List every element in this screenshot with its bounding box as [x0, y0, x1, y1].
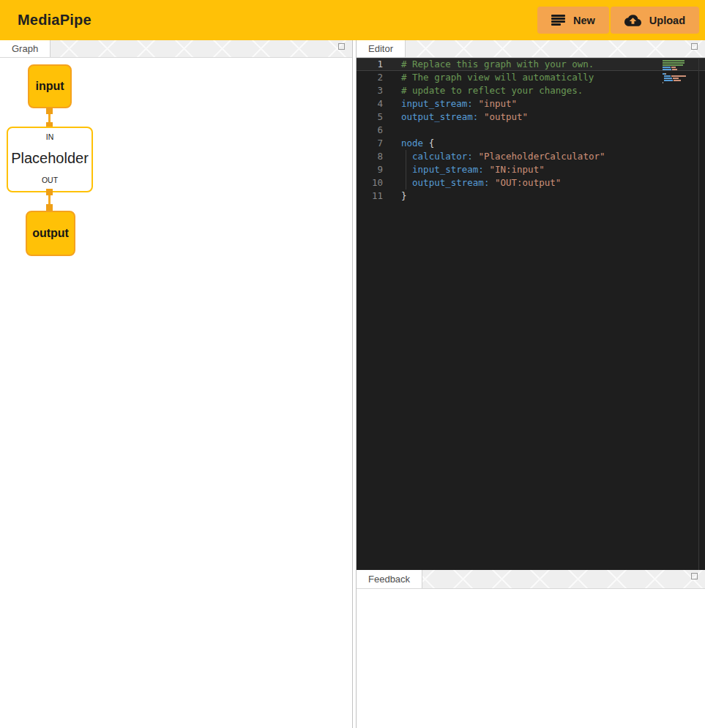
line-number: 1 [357, 58, 383, 71]
minimap-line [663, 67, 690, 68]
minimap-segment [663, 82, 663, 83]
minimap-line [663, 80, 690, 81]
line-text: output_stream: "OUT:output" [401, 176, 561, 189]
placeholder-in-port: IN [46, 132, 54, 141]
code-token [478, 111, 484, 122]
tab-graph-label: Graph [12, 43, 38, 54]
placeholder-out-port: OUT [42, 176, 58, 184]
graph-node-output[interactable]: output [26, 211, 75, 256]
code-line[interactable]: 2# The graph view will automatically [357, 71, 705, 84]
minimap-segment [672, 69, 677, 70]
code-line[interactable]: 8 calculator: "PlaceholderCalculator" [357, 150, 705, 163]
code-token: "IN:input" [489, 164, 544, 175]
app-title: MediaPipe [18, 12, 92, 29]
tab-feedback-label: Feedback [368, 574, 410, 585]
minimap-line [663, 62, 690, 64]
placeholder-node-label: Placeholder [11, 150, 89, 167]
code-line[interactable]: 6 [357, 124, 705, 137]
code-line[interactable]: 10 output_stream: "OUT:output" [357, 176, 705, 189]
code-line[interactable]: 4input_stream: "input" [357, 97, 705, 110]
line-number: 9 [357, 163, 383, 176]
line-number: 6 [357, 124, 383, 137]
code-token: "PlaceholderCalculator" [478, 151, 605, 162]
main-area: Graph input IN Placeholder OUT output [0, 40, 705, 728]
editor-panel: Editor 1# Replace this graph with your o… [357, 40, 705, 570]
minimap-line [663, 60, 690, 61]
minimap-segment [674, 80, 681, 81]
code-line[interactable]: 3# update to reflect your changes. [357, 84, 705, 97]
minimap-segment [663, 69, 671, 70]
graph-tabbar: Graph [0, 40, 352, 58]
code-token: output_stream: [412, 177, 489, 188]
code-token [401, 164, 412, 175]
minimap-segment [663, 64, 683, 66]
line-text: output_stream: "output" [401, 110, 528, 124]
minimap-line [663, 82, 690, 83]
minimap-segment [671, 75, 686, 77]
minimap-line [663, 75, 690, 77]
minimap-line [663, 73, 690, 75]
new-button-label: New [573, 15, 595, 26]
maximize-graph-icon[interactable] [338, 43, 345, 50]
minimap-segment [665, 73, 666, 75]
code-token: node [401, 138, 423, 149]
code-line[interactable]: 1# Replace this graph with your own. [357, 58, 705, 71]
connector-dot [46, 108, 53, 114]
line-number: 5 [357, 110, 383, 124]
code-line[interactable]: 5output_stream: "output" [357, 110, 705, 124]
app-header: MediaPipe New Upload [0, 0, 705, 40]
header-actions: New Upload [537, 7, 699, 34]
new-list-icon [551, 15, 565, 26]
line-number: 2 [357, 71, 383, 84]
code-token: "output" [484, 111, 528, 122]
minimap-line [663, 71, 690, 72]
minimap-segment [673, 78, 679, 79]
minimap-segment [664, 75, 671, 77]
input-node-label: input [35, 80, 64, 93]
graph-canvas[interactable]: input IN Placeholder OUT output [0, 58, 352, 728]
code-line[interactable]: 11} [357, 189, 705, 203]
tab-editor[interactable]: Editor [357, 40, 406, 57]
code-token: "OUT:output" [495, 177, 561, 188]
code-token: # The graph view will automatically [401, 72, 594, 83]
connector-dot [46, 204, 53, 211]
line-number: 4 [357, 97, 383, 110]
line-number: 3 [357, 84, 383, 97]
graph-panel: Graph input IN Placeholder OUT output [0, 40, 353, 728]
line-text: calculator: "PlaceholderCalculator" [401, 150, 605, 163]
minimap-line [663, 69, 690, 70]
maximize-feedback-icon[interactable] [691, 573, 698, 579]
output-node-label: output [32, 227, 69, 240]
new-button[interactable]: New [537, 7, 609, 34]
line-text: # Replace this graph with your own. [401, 58, 594, 71]
code-token: # Replace this graph with your own. [401, 59, 594, 70]
code-token [401, 151, 412, 162]
minimap-segment [671, 67, 676, 68]
code-line[interactable]: 9 input_stream: "IN:input" [357, 163, 705, 176]
feedback-panel: Feedback [357, 570, 705, 728]
tab-feedback[interactable]: Feedback [357, 570, 422, 588]
feedback-content [357, 589, 705, 728]
line-number: 8 [357, 150, 383, 163]
line-text: input_stream: "input" [401, 97, 517, 110]
minimap-segment [664, 78, 672, 79]
tab-editor-label: Editor [368, 43, 393, 54]
code-editor[interactable]: 1# Replace this graph with your own.2# T… [357, 58, 705, 570]
minimap-segment [663, 67, 671, 68]
code-line[interactable]: 7node { [357, 137, 705, 150]
minimap[interactable] [663, 60, 690, 84]
minimap-line [663, 78, 690, 79]
graph-node-placeholder[interactable]: IN Placeholder OUT [7, 127, 93, 192]
graph-node-input[interactable]: input [28, 64, 72, 108]
code-lines: 1# Replace this graph with your own.2# T… [357, 58, 705, 203]
code-token [489, 177, 495, 188]
tab-graph[interactable]: Graph [0, 40, 51, 57]
editor-tabbar: Editor [357, 40, 705, 58]
upload-button[interactable]: Upload [611, 7, 699, 34]
code-token [401, 177, 412, 188]
maximize-editor-icon[interactable] [691, 43, 698, 50]
minimap-segment [664, 80, 673, 81]
code-token: input_stream: [401, 98, 473, 109]
code-token: "input" [478, 98, 517, 109]
code-token: calculator: [412, 151, 473, 162]
